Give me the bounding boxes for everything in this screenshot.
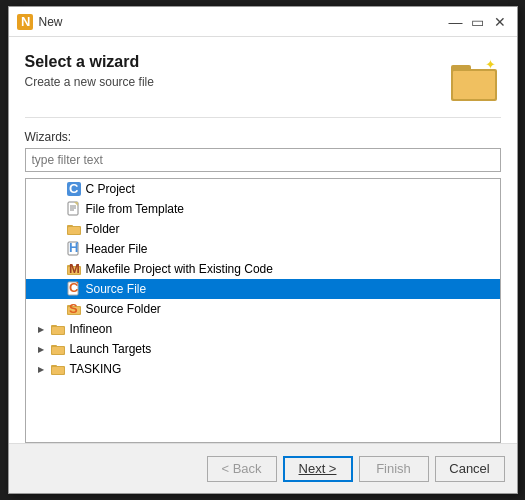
- svg-text:H: H: [69, 241, 78, 255]
- svg-rect-35: [52, 347, 64, 354]
- source-folder-icon: S: [66, 301, 82, 317]
- tree-item-folder[interactable]: Folder: [26, 219, 500, 239]
- tree-item-tasking[interactable]: TASKING: [26, 359, 500, 379]
- file-template-icon: [66, 201, 82, 217]
- maximize-button[interactable]: ▭: [469, 13, 487, 31]
- makefile-icon: M: [66, 261, 82, 277]
- tasking-label: TASKING: [70, 362, 122, 376]
- header-file-label: Header File: [86, 242, 148, 256]
- window-title: New: [39, 15, 447, 29]
- toggle-infineon[interactable]: [34, 322, 48, 336]
- finish-button[interactable]: Finish: [359, 456, 429, 482]
- tasking-icon: [50, 361, 66, 377]
- header-file-icon: H: [66, 241, 82, 257]
- launch-targets-label: Launch Targets: [70, 342, 152, 356]
- next-button[interactable]: Next >: [283, 456, 353, 482]
- window-controls: — ▭ ✕: [447, 13, 509, 31]
- wizard-title: Select a wizard: [25, 53, 441, 71]
- launch-targets-icon: [50, 341, 66, 357]
- source-folder-label: Source Folder: [86, 302, 161, 316]
- tree-item-launch-targets[interactable]: Launch Targets: [26, 339, 500, 359]
- wizard-header: Select a wizard Create a new source file…: [25, 53, 501, 118]
- c-project-label: C Project: [86, 182, 135, 196]
- makefile-label: Makefile Project with Existing Code: [86, 262, 273, 276]
- wizard-icon: ✦: [449, 53, 501, 105]
- svg-rect-15: [68, 227, 80, 234]
- svg-text:S: S: [69, 301, 78, 316]
- source-file-label: Source File: [86, 282, 147, 296]
- wizard-tree[interactable]: C C Project File from Templa: [25, 178, 501, 443]
- svg-text:C: C: [69, 181, 79, 196]
- filter-input[interactable]: [25, 148, 501, 172]
- title-bar: N New — ▭ ✕: [9, 7, 517, 37]
- svg-rect-4: [453, 71, 495, 99]
- wizards-label: Wizards:: [25, 130, 501, 144]
- app-icon: N: [17, 14, 33, 30]
- infineon-label: Infineon: [70, 322, 113, 336]
- new-wizard-window: N New — ▭ ✕ Select a wizard Create a new…: [8, 6, 518, 494]
- source-file-icon: C: [66, 281, 82, 297]
- back-button[interactable]: < Back: [207, 456, 277, 482]
- svg-rect-32: [52, 327, 64, 334]
- svg-rect-38: [52, 367, 64, 374]
- tree-item-file-template[interactable]: File from Template: [26, 199, 500, 219]
- tree-item-c-project[interactable]: C C Project: [26, 179, 500, 199]
- toggle-launch-targets[interactable]: [34, 342, 48, 356]
- svg-text:M: M: [69, 261, 80, 276]
- infineon-icon: [50, 321, 66, 337]
- cancel-button[interactable]: Cancel: [435, 456, 505, 482]
- header-text: Select a wizard Create a new source file: [25, 53, 441, 89]
- toggle-tasking[interactable]: [34, 362, 48, 376]
- folder-label: Folder: [86, 222, 120, 236]
- tree-item-source-folder[interactable]: S Source Folder: [26, 299, 500, 319]
- svg-text:N: N: [21, 16, 30, 28]
- tree-item-header-file[interactable]: H Header File: [26, 239, 500, 259]
- tree-item-source-file[interactable]: C Source File: [26, 279, 500, 299]
- header-folder-icon: ✦: [449, 53, 501, 105]
- tree-item-makefile[interactable]: M Makefile Project with Existing Code: [26, 259, 500, 279]
- svg-text:✦: ✦: [485, 57, 496, 72]
- close-button[interactable]: ✕: [491, 13, 509, 31]
- wizard-subtitle: Create a new source file: [25, 75, 441, 89]
- folder-icon: [66, 221, 82, 237]
- tree-item-infineon[interactable]: Infineon: [26, 319, 500, 339]
- minimize-button[interactable]: —: [447, 13, 465, 31]
- file-template-label: File from Template: [86, 202, 184, 216]
- dialog-footer: < Back Next > Finish Cancel: [9, 443, 517, 493]
- dialog-content: Select a wizard Create a new source file…: [9, 37, 517, 443]
- c-project-icon: C: [66, 181, 82, 197]
